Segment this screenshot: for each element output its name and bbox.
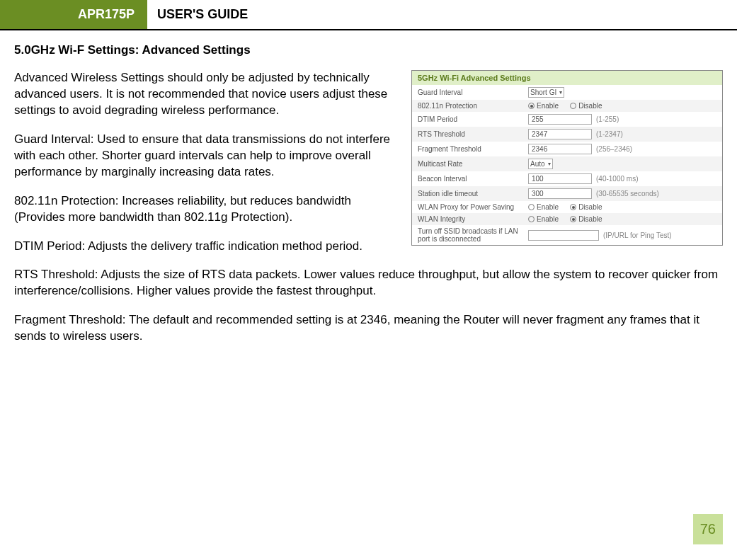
- radio-label: Disable: [578, 215, 602, 223]
- label-wlan-proxy: WLAN Proxy for Power Saving: [418, 203, 524, 211]
- label-guard-interval: Guard Interval: [418, 88, 524, 96]
- label-dtim: DTIM Period: [418, 115, 524, 123]
- label-wlan-integrity: WLAN Integrity: [418, 215, 524, 223]
- radio-integrity-disable[interactable]: Disable: [570, 215, 602, 223]
- radio-label: Enable: [537, 215, 559, 223]
- input-rts[interactable]: 2347: [528, 129, 592, 139]
- hint-turnoff: (IP/URL for Ping Test): [603, 232, 672, 239]
- radio-proxy-enable[interactable]: Enable: [528, 203, 559, 211]
- label-multicast: Multicast Rate: [418, 160, 524, 168]
- input-beacon[interactable]: 100: [528, 173, 592, 184]
- row-guard-interval: Guard Interval Short GI: [412, 85, 722, 100]
- label-rts: RTS Threshold: [418, 130, 524, 138]
- hint-beacon: (40-1000 ms): [596, 175, 638, 183]
- hint-fragment: (256–2346): [596, 145, 632, 153]
- row-rts: RTS Threshold 2347 (1-2347): [412, 127, 722, 142]
- radio-label: Disable: [578, 102, 602, 110]
- hint-rts: (1-2347): [596, 130, 623, 138]
- label-station: Station idle timeout: [418, 190, 524, 198]
- radio-label: Enable: [537, 102, 559, 110]
- radio-proxy-disable[interactable]: Disable: [570, 203, 602, 211]
- radio-protection-disable[interactable]: Disable: [570, 102, 602, 110]
- row-fragment: Fragment Threshold 2346 (256–2346): [412, 142, 722, 156]
- input-station[interactable]: 300: [528, 188, 592, 199]
- select-guard-interval[interactable]: Short GI: [528, 87, 564, 98]
- label-beacon: Beacon Interval: [418, 175, 524, 183]
- row-dtim: DTIM Period 255 (1-255): [412, 112, 722, 127]
- settings-panel: 5GHz Wi-Fi Advanced Settings Guard Inter…: [411, 70, 723, 246]
- page-number: 76: [693, 514, 723, 544]
- radio-label: Disable: [578, 203, 602, 211]
- input-dtim[interactable]: 255: [528, 114, 592, 125]
- row-station: Station idle timeout 300 (30-65535 secon…: [412, 186, 722, 201]
- input-fragment[interactable]: 2346: [528, 144, 592, 154]
- hint-station: (30-65535 seconds): [596, 190, 659, 198]
- row-wlan-proxy: WLAN Proxy for Power Saving Enable Disab…: [412, 201, 722, 213]
- label-turnoff: Turn off SSID broadcasts if LAN port is …: [418, 227, 524, 243]
- hint-dtim: (1-255): [596, 115, 619, 123]
- row-protection: 802.11n Protection Enable Disable: [412, 100, 722, 112]
- paragraph: Fragment Threshold: The default and reco…: [14, 312, 723, 345]
- section-title: 5.0GHz Wi-F Settings: Advanced Settings: [14, 43, 723, 57]
- radio-integrity-enable[interactable]: Enable: [528, 215, 559, 223]
- radio-label: Enable: [537, 203, 559, 211]
- row-turnoff: Turn off SSID broadcasts if LAN port is …: [412, 225, 722, 245]
- input-turnoff[interactable]: [528, 230, 599, 241]
- header-bar: APR175P USER'S GUIDE: [0, 0, 737, 30]
- paragraph: RTS Threshold: Adjusts the size of RTS d…: [14, 267, 723, 299]
- select-multicast[interactable]: Auto: [528, 159, 553, 169]
- panel-title: 5GHz Wi-Fi Advanced Settings: [412, 71, 722, 85]
- label-protection: 802.11n Protection: [418, 102, 524, 110]
- radio-protection-enable[interactable]: Enable: [528, 102, 559, 110]
- row-wlan-integrity: WLAN Integrity Enable Disable: [412, 213, 722, 225]
- label-fragment: Fragment Threshold: [418, 145, 524, 153]
- row-multicast: Multicast Rate Auto: [412, 156, 722, 171]
- row-beacon: Beacon Interval 100 (40-1000 ms): [412, 171, 722, 186]
- header-guide: USER'S GUIDE: [147, 0, 258, 29]
- header-model: APR175P: [0, 0, 147, 29]
